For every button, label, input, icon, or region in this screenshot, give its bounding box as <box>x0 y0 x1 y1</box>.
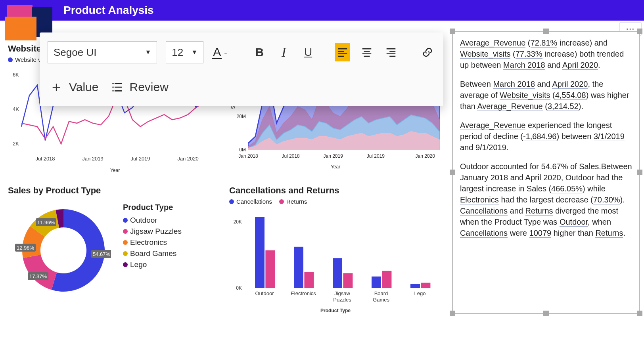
align-left-icon <box>337 46 349 58</box>
font-size-select[interactable]: 12 ▼ <box>166 41 203 63</box>
link-icon <box>422 46 433 58</box>
svg-text:Board: Board <box>374 290 388 296</box>
legend-item: Board Games <box>123 249 182 258</box>
svg-text:4K: 4K <box>13 106 19 112</box>
svg-text:Jul 2018: Jul 2018 <box>282 153 300 159</box>
narrative-paragraph: Between March 2018 and April 2020, the a… <box>460 78 632 112</box>
svg-text:0K: 0K <box>236 285 242 291</box>
chevron-down-icon: ⌄ <box>223 49 228 55</box>
sales-by-product-chart[interactable]: Sales by Product Type 54.67%17.37%12.98%… <box>8 185 222 316</box>
svg-rect-37 <box>333 258 342 288</box>
resize-handle[interactable] <box>637 311 642 316</box>
svg-text:Jigsaw: Jigsaw <box>334 290 350 296</box>
svg-text:Outdoor: Outdoor <box>255 290 274 296</box>
link-button[interactable] <box>420 43 435 61</box>
add-value-button[interactable]: ＋ Value <box>49 77 99 97</box>
font-color-icon: A <box>212 46 222 59</box>
align-right-icon <box>385 46 397 58</box>
font-size-value: 12 <box>172 46 183 59</box>
svg-text:Jan 2019: Jan 2019 <box>82 156 104 162</box>
svg-text:11.96%: 11.96% <box>37 219 55 225</box>
italic-button[interactable]: I <box>276 43 291 61</box>
svg-text:Games: Games <box>373 297 389 303</box>
x-axis-label: Year <box>8 168 222 173</box>
svg-text:17.37%: 17.37% <box>29 273 47 279</box>
svg-text:12.98%: 12.98% <box>17 245 34 251</box>
legend-item: Outdoor <box>123 216 182 225</box>
align-center-icon <box>361 46 373 58</box>
plus-icon: ＋ <box>49 77 63 97</box>
svg-rect-41 <box>372 277 381 288</box>
svg-rect-30 <box>255 217 264 288</box>
svg-text:Jul 2019: Jul 2019 <box>367 153 385 159</box>
bold-button[interactable]: B <box>252 43 267 61</box>
svg-text:Lego: Lego <box>414 290 426 296</box>
add-value-label: Value <box>69 80 99 94</box>
svg-rect-42 <box>382 271 391 288</box>
legend-item: Electronics <box>123 238 182 247</box>
page-title: Product Analysis <box>63 4 154 17</box>
align-right-button[interactable] <box>383 43 399 61</box>
narrative-paragraph: Outdoor accounted for 54.67% of Sales.Be… <box>460 161 632 239</box>
chart-legend: CancellationsReturns <box>229 198 442 205</box>
review-button[interactable]: Review <box>111 80 169 94</box>
font-family-select[interactable]: Segoe UI ▼ <box>48 41 157 63</box>
page-title-bar: Product Analysis <box>0 0 644 21</box>
svg-text:0M: 0M <box>239 147 246 153</box>
resize-handle[interactable] <box>543 311 549 316</box>
narrative-paragraph: Average_Revenue (72.81% increase) and We… <box>460 37 632 71</box>
x-axis-label: Year <box>229 164 442 170</box>
align-left-button[interactable] <box>335 43 350 61</box>
svg-text:Jan 2020: Jan 2020 <box>177 156 199 162</box>
chevron-down-icon: ▼ <box>145 49 151 56</box>
svg-text:Jan 2019: Jan 2019 <box>324 153 343 159</box>
chevron-down-icon: ▼ <box>191 49 197 56</box>
text-format-toolbar: Segoe UI ▼ 12 ▼ A ⌄ B I U <box>40 32 443 106</box>
x-axis-label: Product Type <box>229 308 442 313</box>
resize-handle[interactable] <box>543 29 549 34</box>
smart-narrative-textbox[interactable]: Average_Revenue (72.81% increase) and We… <box>452 31 640 314</box>
align-center-button[interactable] <box>359 43 374 61</box>
resize-handle[interactable] <box>450 170 455 175</box>
resize-handle[interactable] <box>637 170 642 175</box>
svg-text:2K: 2K <box>13 141 19 147</box>
list-icon <box>111 81 124 94</box>
svg-rect-45 <box>421 283 430 288</box>
review-label: Review <box>130 80 169 94</box>
svg-text:Jul 2018: Jul 2018 <box>35 156 55 162</box>
svg-text:Electronics: Electronics <box>291 290 316 296</box>
svg-rect-33 <box>294 247 303 288</box>
font-color-button[interactable]: A ⌄ <box>212 46 228 59</box>
legend-item: Jigsaw Puzzles <box>123 227 182 236</box>
svg-text:Jul 2019: Jul 2019 <box>130 156 150 162</box>
narrative-paragraph: Average_Revenue experienced the longest … <box>460 120 632 153</box>
resize-handle[interactable] <box>450 29 455 34</box>
svg-rect-44 <box>410 284 420 288</box>
legend-title: Product Type <box>123 203 182 212</box>
svg-text:Jan 2018: Jan 2018 <box>238 153 258 159</box>
chart-legend: Product Type OutdoorJigsaw PuzzlesElectr… <box>123 203 182 298</box>
svg-text:6K: 6K <box>13 72 19 78</box>
svg-text:Jan 2020: Jan 2020 <box>416 153 435 159</box>
svg-rect-38 <box>343 273 353 288</box>
svg-point-2 <box>112 90 113 91</box>
chart-title: Sales by Product Type <box>8 185 222 196</box>
svg-text:Puzzles: Puzzles <box>333 297 351 303</box>
svg-text:20M: 20M <box>237 114 246 119</box>
font-family-value: Segoe UI <box>54 46 96 59</box>
underline-button[interactable]: U <box>300 43 316 61</box>
svg-rect-31 <box>265 250 275 288</box>
svg-point-0 <box>112 82 113 84</box>
svg-text:54.67%: 54.67% <box>93 251 111 257</box>
svg-point-1 <box>112 86 113 88</box>
resize-handle[interactable] <box>450 311 455 316</box>
resize-handle[interactable] <box>637 29 642 34</box>
legend-item: Lego <box>123 260 182 269</box>
cancellations-returns-chart[interactable]: Cancellations and Returns CancellationsR… <box>229 185 442 320</box>
svg-text:20K: 20K <box>234 219 242 225</box>
chart-title: Cancellations and Returns <box>229 185 442 196</box>
svg-rect-34 <box>304 272 314 288</box>
